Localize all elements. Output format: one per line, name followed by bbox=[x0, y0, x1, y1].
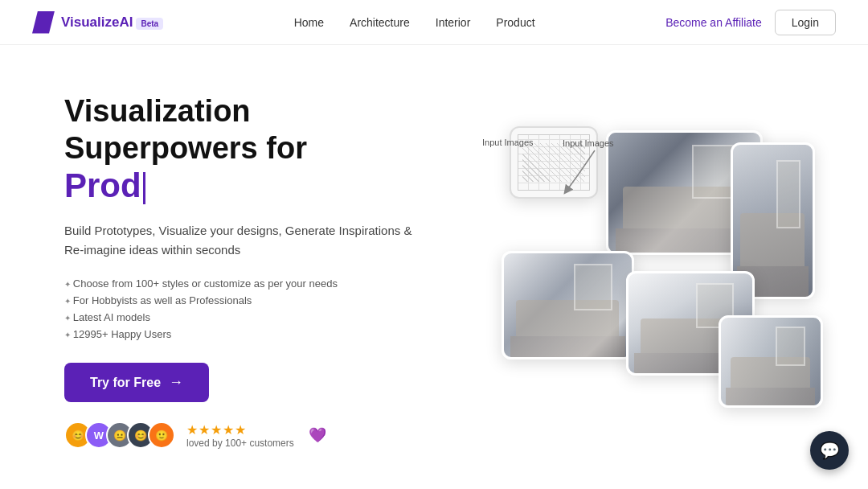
annotation-label: Input Images bbox=[482, 138, 534, 147]
social-proof: 😊 W 😐 😊 🙂 ★★★★★ loved by 100+ customers … bbox=[64, 421, 434, 449]
why-section: Why use VisualizeAI? bbox=[0, 481, 868, 489]
hero-highlight: Prod bbox=[64, 166, 434, 205]
affiliate-link[interactable]: Become an Affiliate bbox=[665, 16, 762, 29]
room-image-3 bbox=[502, 251, 634, 360]
feature-1: Choose from 100+ styles or customize as … bbox=[64, 277, 434, 290]
beta-badge: Beta bbox=[136, 18, 163, 30]
chat-icon: 💬 bbox=[820, 441, 840, 460]
hero-title: Visualization Superpowers for bbox=[64, 93, 434, 166]
wall-art-2 bbox=[776, 160, 800, 228]
navbar: VisualizeAIBeta Home Architecture Interi… bbox=[0, 0, 868, 45]
room-decor-3 bbox=[504, 253, 632, 357]
hero-right: Input Images Input Images bbox=[434, 110, 823, 432]
nav-home[interactable]: Home bbox=[294, 16, 324, 29]
feature-3: Latest AI models bbox=[64, 311, 434, 323]
stars: ★★★★★ bbox=[186, 422, 294, 438]
navbar-right: Become an Affiliate Login bbox=[665, 10, 836, 35]
login-button[interactable]: Login bbox=[775, 10, 836, 35]
hero-left: Visualization Superpowers for Prod Build… bbox=[64, 93, 434, 449]
logo-area: VisualizeAIBeta bbox=[32, 11, 163, 34]
hero-features: Choose from 100+ styles or customize as … bbox=[64, 277, 434, 340]
logo-icon bbox=[32, 11, 55, 34]
arrow-icon: → bbox=[169, 374, 183, 391]
image-mosaic bbox=[485, 118, 823, 424]
cta-button[interactable]: Try for Free → bbox=[64, 363, 209, 402]
wall-art-5 bbox=[776, 327, 805, 366]
stars-rating: ★★★★★ loved by 100+ customers bbox=[186, 422, 294, 449]
hero-subtitle: Build Prototypes, Visualize your designs… bbox=[64, 221, 434, 260]
chat-bubble[interactable]: 💬 bbox=[810, 431, 849, 470]
nav-interior[interactable]: Interior bbox=[436, 16, 471, 29]
feature-4: 12995+ Happy Users bbox=[64, 328, 434, 340]
cta-label: Try for Free bbox=[90, 376, 161, 390]
wall-art-3 bbox=[574, 264, 612, 310]
avatar-5: 🙂 bbox=[148, 421, 175, 449]
svg-text:Input Images: Input Images bbox=[563, 138, 614, 148]
avatars: 😊 W 😐 😊 🙂 bbox=[64, 421, 175, 449]
nav-architecture[interactable]: Architecture bbox=[350, 16, 410, 29]
room-image-5 bbox=[719, 315, 823, 408]
nav-links: Home Architecture Interior Product bbox=[294, 16, 535, 29]
nav-product[interactable]: Product bbox=[496, 16, 534, 29]
social-text: loved by 100+ customers bbox=[186, 438, 294, 449]
feature-2: For Hobbyists as well as Professionals bbox=[64, 294, 434, 306]
cursor bbox=[143, 172, 145, 204]
room-decor-5 bbox=[721, 318, 821, 405]
logo-text: VisualizeAIBeta bbox=[61, 14, 163, 31]
hero-section: Visualization Superpowers for Prod Build… bbox=[0, 45, 868, 481]
annotation-arrow: Input Images bbox=[555, 134, 635, 199]
heart-icon: 💜 bbox=[309, 426, 326, 444]
